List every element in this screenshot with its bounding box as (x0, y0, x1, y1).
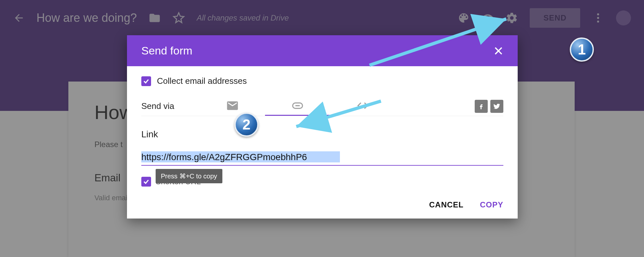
dialog-title: Send form (141, 44, 192, 57)
copy-button[interactable]: COPY (480, 200, 503, 209)
collect-emails-row: Collect email addresses (141, 76, 503, 86)
send-form-dialog: Send form Collect email addresses Send v… (127, 35, 518, 219)
link-section-label: Link (141, 129, 503, 140)
annotation-badge-1: 1 (570, 38, 594, 62)
collect-emails-checkbox[interactable] (141, 76, 151, 86)
embed-icon (356, 99, 369, 112)
dialog-actions: CANCEL COPY (127, 194, 518, 219)
link-icon (291, 99, 304, 112)
copy-hint-tooltip: Press ⌘+C to copy (156, 169, 222, 183)
twitter-icon (493, 102, 501, 110)
close-icon[interactable] (494, 46, 503, 56)
mail-icon (226, 99, 239, 112)
send-via-tabs-row: Send via (141, 97, 503, 116)
facebook-icon (477, 102, 485, 110)
collect-emails-label: Collect email addresses (157, 76, 247, 86)
send-via-link-tab[interactable] (265, 97, 330, 116)
send-via-email-tab[interactable] (200, 97, 265, 116)
shorten-url-checkbox[interactable] (141, 177, 151, 187)
annotation-badge-2: 2 (234, 113, 259, 137)
share-twitter-button[interactable] (490, 100, 503, 113)
link-url-input[interactable] (141, 151, 503, 166)
send-via-label: Send via (141, 101, 200, 111)
cancel-button[interactable]: CANCEL (429, 200, 464, 209)
share-facebook-button[interactable] (475, 100, 488, 113)
dialog-header: Send form (127, 35, 518, 66)
send-via-embed-tab[interactable] (330, 97, 395, 116)
